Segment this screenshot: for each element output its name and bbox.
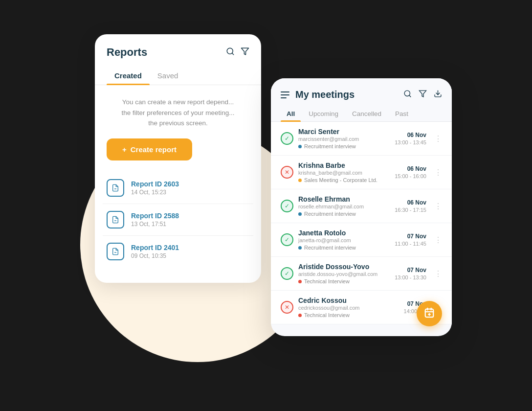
meeting-email: aristide.dossou-yovo@gmail.com bbox=[298, 271, 390, 277]
type-label: Recruitment interview bbox=[304, 245, 356, 251]
report-info: Report ID 2401 09 Oct, 10:35 bbox=[131, 244, 179, 259]
type-label: Technical Interview bbox=[304, 312, 350, 318]
tab-cancelled[interactable]: Cancelled bbox=[346, 106, 387, 121]
tab-saved[interactable]: Saved bbox=[150, 67, 186, 85]
type-dot-red bbox=[298, 280, 302, 283]
meetings-header-icons bbox=[403, 90, 442, 100]
meeting-item[interactable]: ✓ Marci Senter marcissenter@gmail.com Re… bbox=[271, 122, 452, 156]
meeting-date: 07 Nov bbox=[395, 233, 426, 240]
menu-line-1 bbox=[281, 91, 289, 92]
meeting-hours: 13:00 - 13:30 bbox=[395, 274, 426, 280]
meetings-header: My meetings bbox=[271, 78, 452, 100]
tab-all[interactable]: All bbox=[281, 106, 301, 121]
meeting-name: Krishna Barbe bbox=[298, 161, 390, 169]
report-item[interactable]: Report ID 2603 14 Oct, 15:23 bbox=[103, 172, 253, 204]
type-dot-blue bbox=[298, 212, 302, 216]
more-options-icon[interactable]: ⋮ bbox=[431, 134, 442, 143]
meeting-time: 06 Nov 13:00 - 13:45 bbox=[395, 132, 426, 145]
status-confirmed-icon: ✓ bbox=[281, 233, 293, 246]
meeting-type: Sales Meeting - Corporate Ltd. bbox=[298, 177, 390, 183]
meeting-time: 07 Nov 11:00 - 11:45 bbox=[395, 233, 426, 247]
reports-list: Report ID 2603 14 Oct, 15:23 Report ID 2… bbox=[95, 172, 261, 267]
meeting-item[interactable]: ✕ Krishna Barbe krishna_barbe@gmail.com … bbox=[271, 156, 452, 189]
meeting-item[interactable]: ✓ Aristide Dossou-Yovo aristide.dossou-y… bbox=[271, 257, 452, 291]
filter-icon[interactable] bbox=[419, 90, 427, 100]
meetings-title: My meetings bbox=[295, 89, 398, 100]
more-options-icon[interactable]: ⋮ bbox=[431, 269, 442, 278]
meeting-info: Janetta Rotolo janetta-ro@gmail.com Recr… bbox=[298, 229, 390, 251]
meeting-name: Marci Senter bbox=[298, 128, 390, 136]
meeting-email: marcissenter@gmail.com bbox=[298, 136, 390, 142]
meeting-type: Recruitment interview bbox=[298, 143, 390, 149]
meeting-hours: 11:00 - 11:45 bbox=[395, 241, 426, 247]
create-report-label: Create report bbox=[131, 145, 177, 154]
meeting-name: Janetta Rotolo bbox=[298, 229, 390, 237]
reports-header-icons bbox=[226, 47, 249, 58]
meeting-time: 06 Nov 16:30 - 17:15 bbox=[395, 199, 426, 213]
report-item[interactable]: Report ID 2588 13 Oct, 17:51 bbox=[103, 204, 253, 236]
report-date: 14 Oct, 15:23 bbox=[131, 189, 179, 196]
filter-icon[interactable] bbox=[241, 47, 249, 58]
meeting-type: Recruitment interview bbox=[298, 245, 390, 251]
search-icon[interactable] bbox=[226, 47, 235, 58]
report-date: 13 Oct, 17:51 bbox=[131, 221, 179, 228]
menu-icon[interactable] bbox=[281, 91, 289, 98]
reports-title: Reports bbox=[107, 46, 147, 59]
svg-marker-8 bbox=[419, 91, 426, 97]
reports-empty-text: You can create a new report depend... th… bbox=[95, 85, 261, 138]
tab-upcoming[interactable]: Upcoming bbox=[303, 106, 344, 121]
status-cancelled-icon: ✕ bbox=[281, 166, 293, 179]
status-confirmed-icon: ✓ bbox=[281, 200, 293, 212]
add-calendar-icon bbox=[424, 307, 435, 320]
add-meeting-fab[interactable] bbox=[417, 301, 442, 326]
create-report-icon: + bbox=[122, 145, 127, 154]
meeting-email: krishna_barbe@gmail.com bbox=[298, 170, 390, 176]
search-icon[interactable] bbox=[403, 90, 412, 100]
type-label: Sales Meeting - Corporate Ltd. bbox=[304, 177, 377, 183]
reports-card: Reports Created Saved bbox=[95, 34, 261, 283]
meeting-info: Aristide Dossou-Yovo aristide.dossou-yov… bbox=[298, 263, 390, 284]
status-confirmed-icon: ✓ bbox=[281, 267, 293, 280]
meeting-name: Aristide Dossou-Yovo bbox=[298, 263, 390, 271]
meetings-tabs: All Upcoming Cancelled Past bbox=[271, 100, 452, 122]
meeting-type: Technical Interview bbox=[298, 278, 390, 284]
meeting-name: Roselle Ehrman bbox=[298, 195, 390, 203]
tab-created[interactable]: Created bbox=[107, 67, 150, 85]
reports-tabs: Created Saved bbox=[95, 67, 261, 85]
more-options-icon[interactable]: ⋮ bbox=[431, 235, 442, 245]
download-icon[interactable] bbox=[434, 90, 442, 100]
type-dot-orange bbox=[298, 179, 302, 182]
menu-line-3 bbox=[281, 97, 287, 98]
meeting-hours: 13:00 - 13:45 bbox=[395, 139, 426, 145]
report-item[interactable]: Report ID 2401 09 Oct, 10:35 bbox=[103, 236, 253, 267]
tab-past[interactable]: Past bbox=[389, 106, 414, 121]
meeting-email: janetta-ro@gmail.com bbox=[298, 237, 390, 243]
meeting-item[interactable]: ✓ Janetta Rotolo janetta-ro@gmail.com Re… bbox=[271, 223, 452, 257]
meeting-hours: 16:30 - 17:15 bbox=[395, 207, 426, 213]
report-info: Report ID 2603 14 Oct, 15:23 bbox=[131, 180, 179, 196]
status-cancelled-icon: ✕ bbox=[281, 301, 293, 314]
meeting-item[interactable]: ✓ Roselle Ehrman roselle.ehrman@gmail.co… bbox=[271, 189, 452, 223]
report-name: Report ID 2603 bbox=[131, 180, 179, 188]
report-name: Report ID 2588 bbox=[131, 212, 179, 220]
type-dot-blue bbox=[298, 145, 302, 148]
meeting-info: Cedric Kossou cedrickossou@gmail.com Tec… bbox=[298, 297, 399, 318]
create-report-button[interactable]: + Create report bbox=[107, 138, 192, 160]
report-name: Report ID 2401 bbox=[131, 244, 179, 251]
type-label: Recruitment interview bbox=[304, 143, 356, 149]
meetings-card: My meetings bbox=[271, 78, 452, 336]
more-options-icon[interactable]: ⋮ bbox=[431, 202, 442, 211]
type-dot-blue bbox=[298, 246, 302, 250]
meeting-info: Krishna Barbe krishna_barbe@gmail.com Sa… bbox=[298, 161, 390, 183]
svg-marker-2 bbox=[242, 48, 249, 55]
report-file-icon bbox=[107, 179, 124, 197]
meeting-date: 06 Nov bbox=[395, 132, 426, 138]
menu-line-2 bbox=[281, 94, 289, 95]
meeting-email: roselle.ehrman@gmail.com bbox=[298, 204, 390, 209]
status-confirmed-icon: ✓ bbox=[281, 132, 293, 145]
more-options-icon[interactable]: ⋮ bbox=[431, 168, 442, 177]
report-date: 09 Oct, 10:35 bbox=[131, 252, 179, 259]
reports-header: Reports bbox=[95, 34, 261, 59]
meeting-date: 07 Nov bbox=[395, 267, 426, 274]
meeting-hours: 15:00 - 16:00 bbox=[395, 173, 426, 179]
